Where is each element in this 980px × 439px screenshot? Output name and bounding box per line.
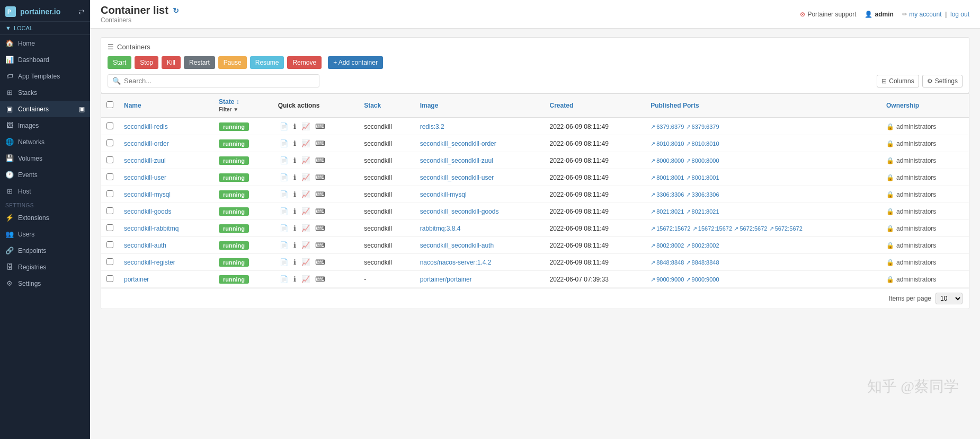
row-checkbox[interactable] xyxy=(106,258,113,265)
inspect-icon[interactable]: ℹ xyxy=(292,258,298,267)
inspect-icon[interactable]: ℹ xyxy=(292,139,298,148)
exec-icon[interactable]: ⌨ xyxy=(314,173,327,182)
row-checkbox[interactable] xyxy=(106,122,113,129)
sidebar-item-extensions[interactable]: ⚡ Extensions xyxy=(0,209,90,226)
log-out-link[interactable]: log out xyxy=(950,11,969,18)
sidebar-toggle-icon[interactable]: ⇄ xyxy=(78,7,85,16)
stats-icon[interactable]: 📈 xyxy=(300,190,311,199)
port-link[interactable]: ↗ 8000:8000 xyxy=(686,157,719,164)
exec-icon[interactable]: ⌨ xyxy=(314,190,327,199)
stats-icon[interactable]: 📈 xyxy=(300,275,311,284)
exec-icon[interactable]: ⌨ xyxy=(314,224,327,233)
stats-icon[interactable]: 📈 xyxy=(300,258,311,267)
container-name-link[interactable]: secondkill-register xyxy=(124,259,175,266)
exec-icon[interactable]: ⌨ xyxy=(314,275,327,284)
exec-icon[interactable]: ⌨ xyxy=(314,207,327,216)
sidebar-item-home[interactable]: 🏠 Home xyxy=(0,35,90,51)
inspect-icon[interactable]: ℹ xyxy=(292,156,298,165)
port-link[interactable]: ↗ 15672:15672 xyxy=(651,225,690,232)
image-link[interactable]: secondkill_secondkill-auth xyxy=(420,242,494,249)
restart-button[interactable]: Restart xyxy=(184,56,215,69)
logs-icon[interactable]: 📄 xyxy=(278,190,290,199)
stats-icon[interactable]: 📈 xyxy=(300,122,311,131)
sidebar-item-registries[interactable]: 🗄 Registries xyxy=(0,259,90,275)
port-link[interactable]: ↗ 6379:6379 xyxy=(651,124,684,130)
inspect-icon[interactable]: ℹ xyxy=(292,224,298,233)
port-link[interactable]: ↗ 9000:9000 xyxy=(651,276,684,283)
image-link[interactable]: redis:3.2 xyxy=(420,123,444,130)
sidebar-item-settings[interactable]: ⚙ Settings xyxy=(0,275,90,292)
logs-icon[interactable]: 📄 xyxy=(278,207,290,216)
exec-icon[interactable]: ⌨ xyxy=(314,139,327,148)
port-link[interactable]: ↗ 3306:3306 xyxy=(686,191,719,198)
container-name-link[interactable]: secondkill-auth xyxy=(124,242,166,249)
support-link[interactable]: ⊗ Portainer support xyxy=(800,11,856,18)
my-account-link[interactable]: my account xyxy=(909,11,941,18)
port-link[interactable]: ↗ 8848:8848 xyxy=(651,259,684,266)
stats-icon[interactable]: 📈 xyxy=(300,224,311,233)
stats-icon[interactable]: 📈 xyxy=(300,139,311,148)
table-settings-button[interactable]: ⚙ Settings xyxy=(922,75,963,87)
row-checkbox[interactable] xyxy=(106,241,113,248)
row-checkbox[interactable] xyxy=(106,156,113,163)
sidebar-item-images[interactable]: 🖼 Images xyxy=(0,117,90,134)
image-link[interactable]: secondkill-mysql xyxy=(420,191,467,198)
image-link[interactable]: nacos/nacos-server:1.4.2 xyxy=(420,259,492,266)
exec-icon[interactable]: ⌨ xyxy=(314,258,327,267)
sidebar-item-stacks[interactable]: ⊞ Stacks xyxy=(0,84,90,101)
logs-icon[interactable]: 📄 xyxy=(278,122,290,131)
container-name-link[interactable]: secondkill-redis xyxy=(124,123,168,130)
inspect-icon[interactable]: ℹ xyxy=(292,173,298,182)
port-link[interactable]: ↗ 8021:8021 xyxy=(686,208,719,215)
port-link[interactable]: ↗ 3306:3306 xyxy=(651,191,684,198)
row-checkbox[interactable] xyxy=(106,190,113,197)
add-container-button[interactable]: + Add container xyxy=(328,56,383,69)
logs-icon[interactable]: 📄 xyxy=(278,139,290,148)
sidebar-item-containers[interactable]: ▣ Containers ▣ xyxy=(0,101,90,117)
remove-button[interactable]: Remove xyxy=(287,56,322,69)
row-checkbox[interactable] xyxy=(106,207,113,214)
port-link[interactable]: ↗ 8848:8848 xyxy=(686,259,719,266)
port-link[interactable]: ↗ 8010:8010 xyxy=(686,141,719,147)
sidebar-item-networks[interactable]: 🌐 Networks xyxy=(0,134,90,150)
port-link[interactable]: ↗ 6379:6379 xyxy=(686,124,719,130)
logs-icon[interactable]: 📄 xyxy=(278,156,290,165)
inspect-icon[interactable]: ℹ xyxy=(292,241,298,250)
container-name-link[interactable]: secondkill-rabbitmq xyxy=(124,225,179,232)
image-link[interactable]: portainer/portainer xyxy=(420,276,472,283)
columns-button[interactable]: ⊟ Columns xyxy=(877,75,919,87)
exec-icon[interactable]: ⌨ xyxy=(314,122,327,131)
port-link[interactable]: ↗ 8001:8001 xyxy=(686,174,719,181)
port-link[interactable]: ↗ 8021:8021 xyxy=(651,208,684,215)
logs-icon[interactable]: 📄 xyxy=(278,173,290,182)
exec-icon[interactable]: ⌨ xyxy=(314,156,327,165)
sidebar-item-users[interactable]: 👥 Users xyxy=(0,226,90,242)
port-link[interactable]: ↗ 9000:9000 xyxy=(686,276,719,283)
stop-button[interactable]: Stop xyxy=(135,56,158,69)
sidebar-item-host[interactable]: ⊞ Host xyxy=(0,183,90,199)
resume-button[interactable]: Resume xyxy=(250,56,284,69)
port-link[interactable]: ↗ 5672:5672 xyxy=(769,225,803,232)
inspect-icon[interactable]: ℹ xyxy=(292,275,298,284)
inspect-icon[interactable]: ℹ xyxy=(292,190,298,199)
image-link[interactable]: secondkill_secondkill-zuul xyxy=(420,157,493,164)
select-all-checkbox[interactable] xyxy=(106,101,113,108)
stats-icon[interactable]: 📈 xyxy=(300,156,311,165)
items-per-page-select[interactable]: 10 25 50 100 xyxy=(936,293,963,304)
logs-icon[interactable]: 📄 xyxy=(278,241,290,250)
sidebar-item-dashboard[interactable]: 📊 Dashboard xyxy=(0,51,90,68)
logs-icon[interactable]: 📄 xyxy=(278,224,290,233)
container-name-link[interactable]: secondkill-goods xyxy=(124,208,171,215)
row-checkbox[interactable] xyxy=(106,139,113,146)
refresh-icon[interactable]: ↻ xyxy=(173,6,179,15)
container-name-link[interactable]: secondkill-user xyxy=(124,174,166,181)
container-name-link[interactable]: secondkill-mysql xyxy=(124,191,171,198)
port-link[interactable]: ↗ 8010:8010 xyxy=(651,141,684,147)
exec-icon[interactable]: ⌨ xyxy=(314,241,327,250)
logs-icon[interactable]: 📄 xyxy=(278,275,290,284)
stats-icon[interactable]: 📈 xyxy=(300,173,311,182)
sidebar-item-events[interactable]: 🕐 Events xyxy=(0,166,90,183)
port-link[interactable]: ↗ 5672:5672 xyxy=(734,225,767,232)
logs-icon[interactable]: 📄 xyxy=(278,258,290,267)
inspect-icon[interactable]: ℹ xyxy=(292,207,298,216)
